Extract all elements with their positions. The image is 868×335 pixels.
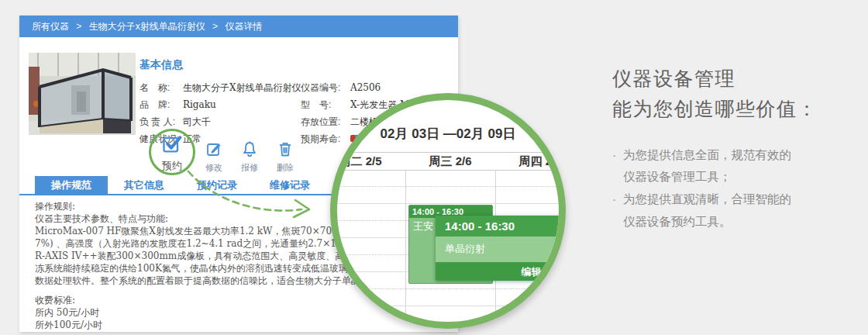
popup-edit-link[interactable]: 编辑: [522, 266, 542, 278]
promo-bullet: · 为您提供信息全面，规范有效的: [612, 144, 860, 167]
field-value-serial: A2506: [350, 82, 458, 93]
tab-operating-spec[interactable]: 操作规范: [35, 176, 108, 194]
promo-bullet-continuation: 仪器设备预约工具。: [612, 211, 860, 233]
calendar-gridline: [337, 203, 559, 204]
breadcrumb-item-detail: 仪器详情: [225, 21, 262, 32]
promo-bullet-text: 为您提供信息全面，规范有效的: [623, 144, 791, 167]
calendar-day-thu: 周四 2/7: [495, 153, 566, 170]
calendar-day-wed: 周三 2/6: [405, 153, 495, 170]
content-line-pricing-external: 所外100元/小时: [35, 319, 458, 331]
promo-bullets: · 为您提供信息全面，规范有效的 仪器设备管理工具； · 为您提供直观清晰，合理…: [612, 144, 860, 233]
field-label-lifespan: 预期寿命:: [301, 133, 350, 146]
bell-icon: [240, 140, 259, 158]
breadcrumb-separator: >: [212, 21, 218, 32]
tab-repair-records[interactable]: 维修记录: [253, 176, 326, 194]
trash-icon: [276, 140, 294, 158]
calendar-week-range: 02月 03日 —02月 09日: [337, 125, 559, 143]
bullet-dot: ·: [612, 188, 623, 211]
calendar-gridline: [337, 288, 559, 289]
reservation-popup: 14:00 - 16:30 单晶衍射 编辑 取消: [436, 216, 566, 281]
field-label-manager: 负 责 人:: [140, 116, 183, 129]
promo-bullet-text: 为您提供直观清晰，合理智能的: [623, 188, 791, 211]
edit-button-label: 修改: [195, 162, 232, 174]
calendar-magnifier: 02月 03日 —02月 09日 周二 2/5 周三 2/6 周四 2/7 14…: [330, 93, 566, 329]
field-label-serial: 仪器编号:: [301, 81, 350, 95]
field-value-brand: Rigaku: [183, 99, 301, 110]
report-repair-button[interactable]: 报修: [231, 140, 268, 174]
calendar-gridline: [337, 186, 559, 187]
reserve-button-label: 预约: [153, 159, 191, 173]
bullet-dot: ·: [612, 144, 623, 167]
field-value-manager: 司大千: [183, 116, 301, 129]
breadcrumb-item-instrument[interactable]: 生物大分子x射线单晶衍射仪: [89, 21, 205, 32]
tab-reservation-records[interactable]: 预约记录: [181, 176, 253, 194]
popup-footer: 编辑 取消: [436, 262, 566, 281]
checkbox-check-icon: [160, 133, 184, 155]
equipment-photo-illustration: [29, 53, 136, 135]
promo-bullet: · 为您提供直观清晰，合理智能的: [612, 188, 860, 211]
promo-bullet-continuation: 仪器设备管理工具；: [612, 166, 860, 188]
promo-heading: 仪器设备管理 能为您创造哪些价值：: [612, 64, 860, 124]
popup-time-label: 14:00 - 16:30: [436, 216, 566, 237]
popup-instrument-label: 单晶衍射: [436, 237, 566, 262]
field-label-name: 名 称:: [140, 81, 183, 95]
field-label-brand: 品 牌:: [140, 98, 183, 112]
basic-info-title: 基本信息: [140, 58, 450, 72]
field-label-model: 型 号:: [301, 98, 350, 112]
equipment-photo: [29, 53, 136, 135]
field-value-name: 生物大分子X射线单晶衍射仪: [183, 81, 301, 95]
breadcrumb-separator: >: [76, 21, 81, 32]
calendar-day-header-row: 周二 2/5 周三 2/6 周四 2/7: [337, 152, 559, 171]
tab-other-info[interactable]: 其它信息: [108, 176, 181, 194]
delete-button-label: 删除: [267, 162, 304, 174]
page: 所有仪器 > 生物大分子x射线单晶衍射仪 > 仪器详情: [0, 0, 868, 335]
edit-instrument-button[interactable]: 修改: [195, 140, 232, 174]
edit-icon: [205, 140, 223, 158]
promo-heading-line: 能为您创造哪些价值：: [612, 94, 860, 124]
breadcrumb-item-all-instruments[interactable]: 所有仪器: [32, 21, 69, 32]
reserve-button[interactable]: 预约: [153, 133, 191, 173]
field-label-location: 存放位置:: [301, 116, 350, 129]
promo-section: 仪器设备管理 能为您创造哪些价值： · 为您提供信息全面，规范有效的 仪器设备管…: [612, 64, 860, 233]
report-repair-button-label: 报修: [231, 162, 268, 174]
popup-cancel-link[interactable]: 取消: [551, 266, 566, 278]
delete-instrument-button[interactable]: 删除: [267, 140, 304, 174]
promo-heading-line: 仪器设备管理: [612, 64, 860, 94]
calendar-column-line: [405, 170, 406, 322]
breadcrumb: 所有仪器 > 生物大分子x射线单晶衍射仪 > 仪器详情: [19, 16, 458, 37]
